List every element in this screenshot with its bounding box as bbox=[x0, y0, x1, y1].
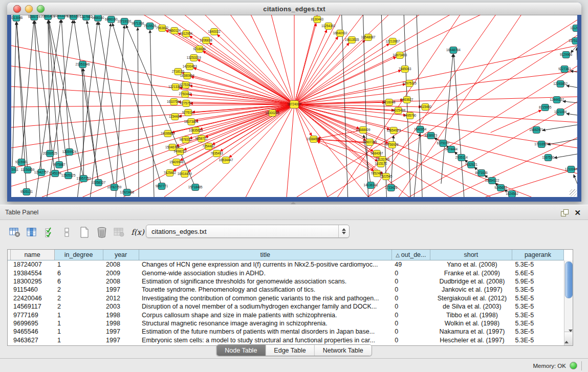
graph-edge[interactable] bbox=[90, 24, 111, 197]
cell-in_degree[interactable]: 1 bbox=[54, 336, 103, 344]
cell-year[interactable]: 1998 bbox=[103, 319, 139, 327]
table-scrollbar[interactable] bbox=[564, 260, 573, 345]
graph-edge[interactable] bbox=[11, 104, 294, 107]
graph-edge[interactable] bbox=[116, 26, 124, 197]
cell-out_degree[interactable]: 0 bbox=[391, 327, 430, 336]
cell-name[interactable]: 22420046 bbox=[10, 294, 54, 302]
cell-out_degree[interactable]: 0 bbox=[391, 311, 430, 319]
cell-out_degree[interactable]: 0 bbox=[391, 286, 430, 294]
graph-edge[interactable] bbox=[99, 22, 127, 192]
cell-short[interactable]: Nakamura et al. (1997) bbox=[430, 327, 512, 336]
graph-edge[interactable] bbox=[182, 73, 294, 104]
select-all-icon[interactable] bbox=[43, 226, 56, 239]
cell-short[interactable]: Tibbo et al. (1998) bbox=[430, 311, 512, 319]
cell-title[interactable]: Estimation of significance thresholds fo… bbox=[139, 277, 391, 286]
graph-edge[interactable] bbox=[82, 104, 294, 197]
cell-in_degree[interactable]: 2 bbox=[54, 294, 103, 302]
network-window-titlebar[interactable]: citations_edges.txt bbox=[7, 3, 581, 15]
cell-year[interactable]: 1997 bbox=[103, 286, 139, 294]
cell-name[interactable]: 9465546 bbox=[10, 327, 54, 336]
cell-title[interactable]: Investigating the contribution of common… bbox=[139, 294, 391, 302]
cell-out_degree[interactable]: 0 bbox=[391, 294, 430, 302]
graph-edge[interactable] bbox=[294, 104, 312, 136]
column-header-in_degree[interactable]: in_degree bbox=[54, 250, 103, 260]
cell-out_degree[interactable]: 0 bbox=[391, 302, 430, 311]
cell-short[interactable]: Jankovic et al. (1997) bbox=[430, 286, 512, 294]
cell-pagerank[interactable]: 5.3E-5 bbox=[512, 336, 563, 344]
graph-edge[interactable] bbox=[287, 104, 294, 197]
cell-name[interactable]: 18300295 bbox=[10, 277, 54, 286]
graph-edge[interactable] bbox=[542, 125, 577, 130]
cell-name[interactable]: 9699695 bbox=[10, 319, 54, 327]
cell-out_degree[interactable]: 0 bbox=[391, 277, 430, 286]
graph-edge[interactable] bbox=[399, 15, 521, 197]
graph-edge[interactable] bbox=[12, 22, 16, 170]
column-header-out_degree[interactable]: △out_de... bbox=[391, 250, 430, 260]
graph-edge[interactable] bbox=[453, 54, 464, 197]
cell-out_degree[interactable]: 0 bbox=[391, 319, 430, 327]
show-columns-icon[interactable] bbox=[26, 226, 39, 239]
table-row[interactable]: 1830029562008Estimation of significance … bbox=[8, 277, 564, 286]
cell-title[interactable]: Genome-wide association studies in ADHD. bbox=[139, 269, 391, 277]
cell-in_degree[interactable]: 6 bbox=[54, 277, 103, 286]
cell-year[interactable]: 2012 bbox=[103, 294, 139, 302]
graph-edge[interactable] bbox=[87, 21, 115, 187]
graph-edge[interactable] bbox=[294, 43, 389, 104]
tab-node-table[interactable]: Node Table bbox=[216, 345, 266, 356]
graph-edge[interactable] bbox=[342, 15, 348, 197]
table-row[interactable]: 946554611997Estimation of the future num… bbox=[8, 327, 564, 336]
column-header-name[interactable]: name bbox=[10, 250, 54, 260]
float-panel-icon[interactable] bbox=[561, 209, 568, 216]
column-header-year[interactable]: year bbox=[103, 250, 139, 260]
cell-title[interactable]: Changes of HCN gene expression and I(f) … bbox=[139, 260, 391, 269]
graph-edge[interactable] bbox=[294, 46, 577, 104]
graph-edge[interactable] bbox=[189, 95, 294, 104]
cell-in_degree[interactable]: 1 bbox=[54, 327, 103, 336]
scroll-down-icon[interactable] bbox=[569, 330, 573, 341]
cell-pagerank[interactable]: 5.3E-5 bbox=[512, 327, 563, 336]
cell-pagerank[interactable]: 5.3E-5 bbox=[512, 260, 563, 269]
graph-edge[interactable] bbox=[138, 28, 139, 197]
cell-short[interactable]: Yano et al. (2008) bbox=[430, 260, 512, 269]
graph-edge[interactable] bbox=[294, 104, 577, 148]
clear-selection-icon[interactable] bbox=[60, 226, 74, 239]
cell-title[interactable]: Embryonic stem cells: a model to study s… bbox=[139, 336, 391, 344]
graph-edge[interactable] bbox=[554, 154, 577, 158]
cell-pagerank[interactable]: 5.3E-5 bbox=[512, 302, 563, 311]
graph-edge[interactable] bbox=[574, 174, 577, 184]
scrollbar-buttons[interactable] bbox=[564, 332, 573, 345]
delete-table-icon[interactable] bbox=[113, 226, 126, 239]
cell-year[interactable]: 2003 bbox=[103, 302, 139, 311]
new-column-icon[interactable] bbox=[78, 226, 91, 239]
graph-edge[interactable] bbox=[486, 168, 577, 197]
cell-out_degree[interactable]: 0 bbox=[391, 269, 430, 277]
graph-edge[interactable] bbox=[404, 15, 410, 197]
cell-name[interactable]: 9115460 bbox=[10, 286, 54, 294]
graph-edge[interactable] bbox=[11, 66, 294, 104]
graph-edge[interactable] bbox=[577, 48, 577, 60]
delete-column-icon[interactable] bbox=[95, 226, 108, 239]
graph-edge[interactable] bbox=[567, 114, 577, 115]
table-mode-icon[interactable] bbox=[8, 226, 21, 239]
cell-short[interactable]: Wolkin et al. (1998) bbox=[430, 319, 512, 327]
cell-name[interactable]: 19384554 bbox=[10, 269, 54, 277]
graph-edge[interactable] bbox=[563, 101, 577, 103]
cell-pagerank[interactable]: 5.3E-5 bbox=[512, 311, 563, 319]
table-selector-dropdown[interactable]: citations_edges.txt bbox=[146, 225, 350, 238]
table-row[interactable]: 946362711997Embryonic stem cells: a mode… bbox=[8, 336, 564, 344]
table-row[interactable]: 911546021997Tourette syndrome. Phenomeno… bbox=[8, 286, 564, 294]
split-divider-handle[interactable] bbox=[291, 202, 296, 204]
graph-edge[interactable] bbox=[47, 20, 73, 197]
cell-in_degree[interactable]: 1 bbox=[54, 311, 103, 319]
cell-short[interactable]: de Silva et al. (2003) bbox=[430, 302, 512, 311]
cell-name[interactable]: 18724007 bbox=[10, 260, 54, 269]
cell-short[interactable]: Stergiakouli et al. (2012) bbox=[430, 294, 512, 302]
graph-edge[interactable] bbox=[567, 85, 577, 87]
graph-edge[interactable] bbox=[246, 104, 294, 197]
cell-short[interactable]: Franke et al. (2009) bbox=[430, 269, 512, 277]
cell-pagerank[interactable]: 5.3E-5 bbox=[512, 286, 563, 294]
graph-edge[interactable] bbox=[21, 21, 34, 162]
graph-edge[interactable] bbox=[294, 15, 450, 104]
graph-edge[interactable] bbox=[230, 15, 294, 104]
graph-edge[interactable] bbox=[548, 139, 577, 145]
